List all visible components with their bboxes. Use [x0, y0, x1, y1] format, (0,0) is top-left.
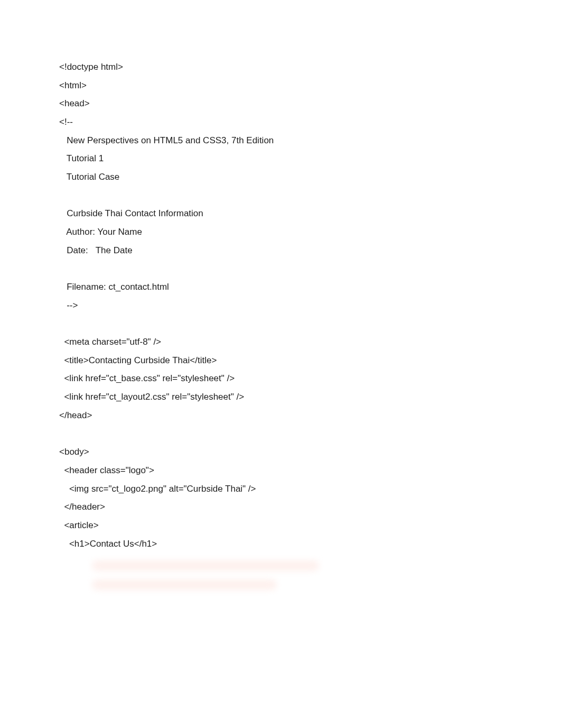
code-block: <!doctype html><html><head><!-- New Pers…: [59, 58, 502, 553]
code-line: </head>: [59, 407, 502, 425]
code-line: <head>: [59, 95, 502, 113]
code-line: Tutorial Case: [59, 168, 502, 187]
code-line: <article>: [59, 517, 502, 535]
blank-line: [59, 425, 502, 443]
code-line: -->: [59, 297, 502, 315]
blurred-line: [92, 579, 277, 590]
code-line: New Perspectives on HTML5 and CSS3, 7th …: [59, 132, 502, 150]
blank-line: [59, 260, 502, 278]
code-line: Curbside Thai Contact Information: [59, 205, 502, 223]
blank-line: [59, 187, 502, 205]
code-line: Author: Your Name: [59, 223, 502, 242]
code-line: <img src="ct_logo2.png" alt="Curbside Th…: [59, 480, 502, 499]
code-line: <body>: [59, 443, 502, 462]
code-line: <title>Contacting Curbside Thai</title>: [59, 352, 502, 370]
blurred-preview-region: [92, 560, 502, 590]
code-line: <meta charset="utf-8" />: [59, 333, 502, 352]
code-line: <html>: [59, 77, 502, 95]
blurred-line: [92, 560, 319, 571]
code-line: <!--: [59, 113, 502, 132]
code-line: <link href="ct_layout2.css" rel="stylesh…: [59, 388, 502, 407]
blank-line: [59, 315, 502, 333]
code-line: <link href="ct_base.css" rel="stylesheet…: [59, 370, 502, 388]
code-line: </header>: [59, 498, 502, 517]
document-page: <!doctype html><html><head><!-- New Pers…: [0, 0, 561, 728]
code-line: <!doctype html>: [59, 58, 502, 77]
code-line: Tutorial 1: [59, 150, 502, 168]
code-line: Date: The Date: [59, 242, 502, 260]
code-line: <header class="logo">: [59, 462, 502, 480]
code-line: Filename: ct_contact.html: [59, 278, 502, 297]
code-line: <h1>Contact Us</h1>: [59, 535, 502, 554]
